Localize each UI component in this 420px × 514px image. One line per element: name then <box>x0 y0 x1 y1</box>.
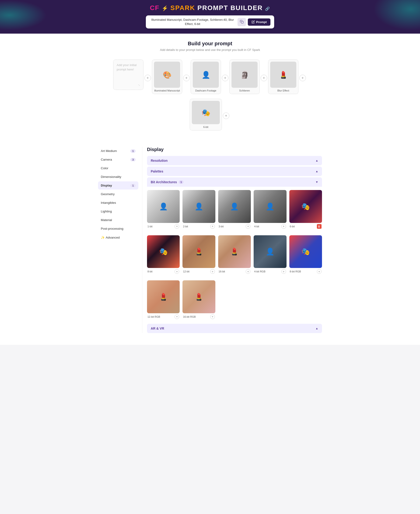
sidebar-item-lighting[interactable]: Lighting <box>98 207 138 215</box>
sidebar-item-geometry[interactable]: Geometry <box>98 190 138 198</box>
2bit-add-button[interactable]: + <box>210 224 215 229</box>
prompt-button[interactable]: Prompt <box>248 18 271 26</box>
sidebar-item-dimensionality-label: Dimensionality <box>101 175 121 179</box>
grid-item-16bit: 💄 16-bit + <box>218 235 251 274</box>
sidebar-item-material[interactable]: Material <box>98 216 138 224</box>
3bit-add-button[interactable]: + <box>246 224 250 229</box>
3bit-label: 3-bit <box>219 225 224 228</box>
grid-item-6bit: 🎭 6-bit 🗑 <box>289 190 322 228</box>
sidebar-item-post-processing[interactable]: Post-processing <box>98 225 138 233</box>
16bit-image: 💄 <box>218 235 251 268</box>
build-section: Build your prompt Add details to your pr… <box>0 34 420 142</box>
8bit-label: 8-bit <box>148 270 152 273</box>
prompt-schlieren-box: 🗿 Schlieren <box>229 60 260 94</box>
12bitrgb-label-row: 12-bit RGB + <box>147 314 180 319</box>
add-after-6bit[interactable]: + <box>223 113 229 119</box>
4bit-label: 4-bit <box>254 225 259 228</box>
grid-item-8bitrgb: 🎭 8-bit RGB + <box>289 235 322 274</box>
sidebar-item-intangibles[interactable]: Intangibles <box>98 199 138 207</box>
sidebar-badge-art-medium: 1 <box>130 149 135 153</box>
2bit-label: 2-bit <box>183 225 188 228</box>
prompt-6bit-box: 🎭 6-bit <box>190 99 222 130</box>
accordion-palettes: Palettes ▲ <box>147 167 322 176</box>
accordion-palettes-header[interactable]: Palettes ▲ <box>147 167 322 176</box>
prompt-schlieren-item: 🗿 Schlieren <box>229 60 260 94</box>
add-after-schlieren[interactable]: + <box>261 75 267 81</box>
schlieren-label: Schlieren <box>239 89 250 92</box>
schlieren-image: 🗿 <box>232 62 258 88</box>
sidebar-item-color[interactable]: Color <box>98 164 138 172</box>
12bit-add-button[interactable]: + <box>210 269 215 274</box>
4bit-add-button[interactable]: + <box>281 224 286 229</box>
resize-handle[interactable]: ⤡ <box>138 84 140 86</box>
6bit-label: 6-bit <box>203 126 208 128</box>
8bitrgb-image: 🎭 <box>289 235 322 268</box>
6bit-delete-button[interactable]: 🗑 <box>317 224 322 229</box>
accordion-ar-vr-header[interactable]: AR & VR ▲ <box>147 324 322 333</box>
prompt-btn-label: Prompt <box>256 20 267 24</box>
prompt-illuminated-item: 🎨 Illuminated Manuscript <box>152 60 182 94</box>
1bit-label-row: 1-bit + <box>147 224 180 229</box>
sidebar-item-advanced-label: Advanced <box>106 236 120 239</box>
sidebar-item-dimensionality[interactable]: Dimensionality <box>98 173 138 181</box>
sidebar-item-display[interactable]: Display 1 <box>98 181 138 189</box>
16bit-label-row: 16-bit + <box>218 269 251 274</box>
sidebar-item-post-processing-label: Post-processing <box>101 227 123 230</box>
panel-title: Display <box>147 147 322 152</box>
title-link-icon: 🔗 <box>265 7 270 11</box>
accordion-bit-arch-header[interactable]: Bit Architectures 1 ▼ <box>147 177 322 187</box>
grid-item-2bit: 👤 2-bit + <box>182 190 215 228</box>
8bitrgb-add-button[interactable]: + <box>317 269 322 274</box>
bit-grid-row1: 👤 1-bit + 👤 2-bit + 👤 <box>147 187 322 232</box>
grid-item-4bitrgb: 👤 4-bit RGB + <box>254 235 286 274</box>
add-after-dashcam[interactable]: + <box>222 75 228 81</box>
sidebar-item-art-medium-label: Art Medium <box>101 149 117 153</box>
title-builder: BUILDER <box>231 4 263 11</box>
4bitrgb-add-button[interactable]: + <box>281 269 286 274</box>
grid-item-4bit: 👤 4-bit + <box>254 190 286 228</box>
accordion-ar-vr-label: AR & VR <box>151 326 164 330</box>
grid-item-1bit: 👤 1-bit + <box>147 190 180 228</box>
add-after-text[interactable]: + <box>144 75 151 81</box>
grid-item-12bit: 💄 12-bit + <box>182 235 215 274</box>
title-lightning: ⚡ <box>162 5 170 11</box>
sidebar-item-camera-label: Camera <box>101 158 112 161</box>
main-wrapper: Art Medium 1 Camera 3 Color Dimensionali… <box>0 142 420 345</box>
sidebar-item-art-medium[interactable]: Art Medium 1 <box>98 147 138 155</box>
16bit-add-button[interactable]: + <box>246 269 250 274</box>
16bitrgb-add-button[interactable]: + <box>210 314 215 319</box>
accordion-bit-arch-badge: 1 <box>179 181 183 184</box>
sidebar-item-geometry-label: Geometry <box>101 192 115 196</box>
app-title: CF ⚡ SPARK PROMPT BUILDER 🔗 <box>0 4 420 12</box>
copy-button[interactable] <box>238 18 246 26</box>
sidebar-badge-display: 1 <box>130 184 135 187</box>
illuminated-label: Illuminated Manuscript <box>154 89 180 92</box>
12bitrgb-add-button[interactable]: + <box>174 314 179 319</box>
1bit-add-button[interactable]: + <box>174 224 179 229</box>
4bitrgb-label: 4-bit RGB <box>254 270 265 273</box>
sidebar: Art Medium 1 Camera 3 Color Dimensionali… <box>98 147 142 333</box>
add-after-illuminated[interactable]: + <box>183 75 190 81</box>
8bit-add-button[interactable]: + <box>174 269 179 274</box>
16bitrgb-label: 16-bit RGB <box>183 315 195 318</box>
right-panel: Display Resolution ▲ Palettes ▲ Bit Arch… <box>142 147 322 333</box>
sidebar-item-advanced[interactable]: ✨ Advanced <box>98 233 138 242</box>
prompt-dashcam-item: 👤 Dashcam-Footage <box>191 60 221 94</box>
12bitrgb-image: 💄 <box>147 280 180 313</box>
sidebar-item-camera[interactable]: Camera 3 <box>98 155 138 164</box>
16bit-label: 16-bit <box>219 270 225 273</box>
3bit-image: 👤 <box>218 190 251 223</box>
6bit-grid-image: 🎭 <box>289 190 322 223</box>
6bit-label-row: 6-bit 🗑 <box>289 224 322 229</box>
12bit-label-row: 12-bit + <box>182 269 215 274</box>
grid-item-8bit: 🎭 8-bit + <box>147 235 180 274</box>
prompt-blur-item: 💄 Blur Effect <box>268 60 299 94</box>
app-header: CF ⚡ SPARK PROMPT BUILDER 🔗 Illuminated … <box>0 0 420 34</box>
prompt-text-box[interactable]: Add your initial prompt here! ⤡ <box>113 60 143 90</box>
accordion-resolution-header[interactable]: Resolution ▲ <box>147 156 322 165</box>
prompt-bar-text: Illuminated Manuscript, Dashcam-Footage,… <box>150 18 236 26</box>
build-title: Build your prompt <box>5 41 415 47</box>
sidebar-item-intangibles-label: Intangibles <box>101 201 116 204</box>
sidebar-item-color-label: Color <box>101 166 108 170</box>
add-after-blur[interactable]: + <box>299 75 306 81</box>
